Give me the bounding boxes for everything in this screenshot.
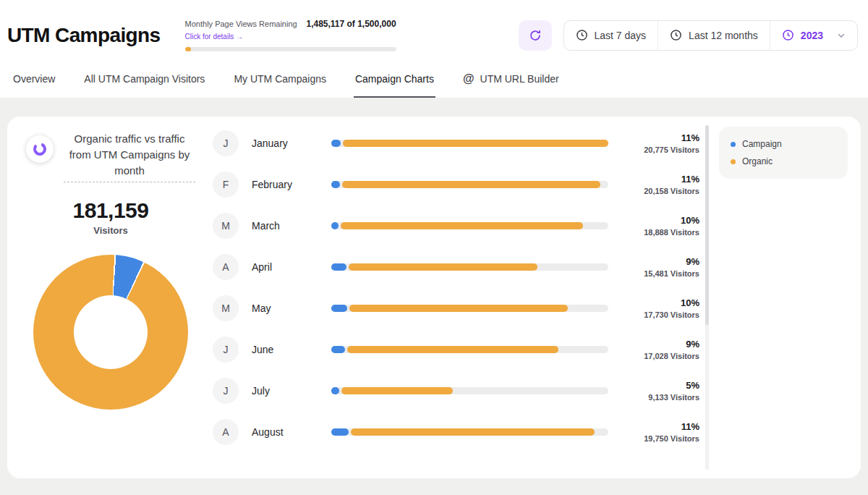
month-row: M March 10% 18,888 Visitors [213,205,699,246]
tab-label: UTM URL Builder [480,73,559,85]
month-avatar: A [213,419,239,445]
quota-label: Monthly Page Views Remaining [185,20,297,28]
tab-label: All UTM Campaign Visitors [84,73,205,85]
campaign-bar-segment [331,181,340,188]
tab-label: My UTM Campaigns [234,73,326,85]
header-actions: Last 7 days Last 12 months 2023 [519,20,859,51]
month-initial: M [221,220,230,232]
month-bar-fill [331,428,595,436]
month-initial: M [221,302,230,314]
month-avatar: J [213,337,239,363]
month-bar-fill [331,263,537,271]
summary-panel: Organic traffic vs traffic from UTM Camp… [7,117,201,478]
page-views-quota: Monthly Page Views Remaining 1,485,117 o… [185,19,396,51]
month-stats: 9% 15,481 Visitors [623,256,699,278]
month-bar-track [331,181,608,188]
organic-dot-icon [731,159,736,164]
tab-campaign-charts[interactable]: Campaign Charts [354,63,435,98]
month-label: February [252,179,331,190]
month-stats: 10% 18,888 Visitors [623,215,699,237]
month-row: F February 11% 20,158 Visitors [213,164,699,205]
month-label: April [252,261,331,273]
at-sign-icon: @ [463,73,475,85]
month-visitors: 9,133 Visitors [623,393,699,402]
month-bar-track [331,140,608,147]
tab-all-utm-campaign-visitors[interactable]: All UTM Campaign Visitors [82,63,206,98]
campaign-chart-card: Organic traffic vs traffic from UTM Camp… [7,117,861,478]
app-header: UTM Campaigns Monthly Page Views Remaini… [0,0,868,63]
month-bar-fill [331,222,583,229]
month-label: July [252,385,331,397]
quota-progress-fill [185,47,192,51]
month-stats: 5% 9,133 Visitors [623,380,699,402]
month-percent: 10% [623,297,699,308]
campaign-bar-segment [331,222,339,229]
month-bar-track [331,428,608,436]
refresh-button[interactable] [519,20,552,51]
tab-overview[interactable]: Overview [12,63,56,98]
legend-item-organic[interactable]: Organic [731,153,836,170]
month-avatar: M [213,213,239,239]
month-percent: 9% [623,256,699,267]
month-avatar: A [213,254,239,280]
month-avatar: F [213,172,239,198]
legend-item-campaign[interactable]: Campaign [731,135,836,153]
month-bar-track [331,263,608,271]
month-visitors: 17,028 Visitors [623,352,699,360]
month-stats: 10% 17,730 Visitors [623,297,699,319]
legend-label: Organic [742,156,773,166]
tab-my-utm-campaigns[interactable]: My UTM Campaigns [232,63,328,98]
organic-bar-segment [342,181,600,188]
legend-panel: Campaign Organic [712,117,861,478]
month-bar-track [331,305,608,312]
quota-usage: 1,485,117 of 1,500,000 [306,19,396,29]
month-label: March [252,220,331,232]
quota-progress-bar [185,47,396,51]
month-bar-fill [331,181,600,188]
month-visitors: 18,888 Visitors [623,228,699,237]
filter-last-12-months[interactable]: Last 12 months [658,21,770,50]
filter-last-7-days[interactable]: Last 7 days [564,21,658,50]
month-stats: 11% 20,775 Visitors [623,132,699,154]
filter-label: 2023 [801,30,823,41]
month-percent: 11% [623,132,699,143]
month-avatar: M [213,295,239,321]
month-bar-fill [331,346,558,353]
total-visitors-value: 181,159 [26,198,195,223]
tab-label: Overview [13,73,55,85]
month-stats: 11% 20,158 Visitors [623,174,699,195]
donut-icon [26,135,54,163]
month-visitors: 20,775 Visitors [623,145,699,154]
clock-icon [576,29,588,41]
campaign-bar-segment [331,263,346,271]
month-percent: 11% [623,174,699,185]
chart-scrollbar[interactable] [705,125,709,470]
month-stats: 9% 17,028 Visitors [623,339,699,360]
clock-icon [670,29,682,41]
month-bar-fill [331,140,608,147]
scrollbar-thumb[interactable] [705,125,709,325]
filter-label: Last 12 months [689,30,758,41]
month-bar-track [331,387,608,394]
total-visitors-label: Visitors [26,225,195,236]
month-bar-fill [331,305,568,312]
legend-label: Campaign [742,139,782,149]
campaign-bar-segment [331,387,339,394]
month-percent: 11% [623,421,699,432]
main-content: Organic traffic vs traffic from UTM Camp… [0,98,868,487]
month-bar-track [331,346,608,353]
month-stats: 11% 19,750 Visitors [623,421,699,443]
monthly-bar-chart: J January 11% 20,775 Visitors F February… [201,117,704,478]
organic-bar-segment [349,305,568,312]
quota-details-link[interactable]: Click for details → [185,33,244,41]
month-row: A August 11% 19,750 Visitors [213,411,699,452]
month-visitors: 19,750 Visitors [623,434,699,443]
month-row: M May 10% 17,730 Visitors [213,287,699,329]
chevron-down-icon [837,31,846,40]
chart-title: Organic traffic vs traffic from UTM Camp… [64,131,195,182]
tab-utm-url-builder[interactable]: @ UTM URL Builder [461,63,561,98]
organic-bar-segment [347,346,558,353]
month-label: June [252,344,331,355]
month-row: A April 9% 15,481 Visitors [213,246,699,287]
filter-year-2023[interactable]: 2023 [770,21,857,50]
